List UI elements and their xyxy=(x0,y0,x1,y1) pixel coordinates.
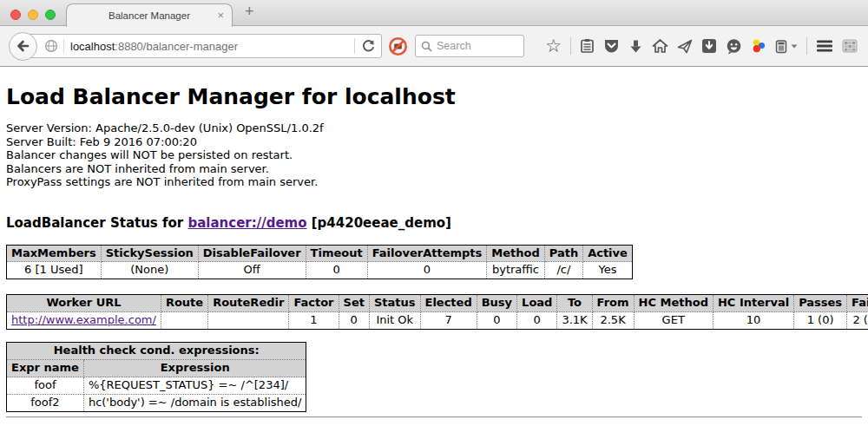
table-row: foof%{REQUEST_STATUS} =~ /^[234]/ xyxy=(7,377,306,395)
table-cell: Init Ok xyxy=(369,312,420,330)
column-header: Expression xyxy=(83,360,306,377)
column-header: Worker URL xyxy=(7,295,161,312)
window-close-button[interactable] xyxy=(10,10,21,20)
table-cell: 0 xyxy=(339,312,369,330)
table-cell xyxy=(161,312,207,330)
reload-separator xyxy=(354,38,355,54)
table-cell: http://www.example.com/ xyxy=(7,312,161,330)
column-header: HC Method xyxy=(634,295,713,312)
url-domain: localhost xyxy=(70,40,115,53)
column-header: Fails xyxy=(847,295,868,312)
table-cell: 2.5K xyxy=(592,312,634,330)
info-line: Server Built: Feb 9 2016 07:00:20 xyxy=(6,135,862,149)
pocket-icon[interactable] xyxy=(603,38,620,54)
new-tab-button[interactable]: + xyxy=(245,3,254,21)
health-check-table: Health check cond. expressions:Expr name… xyxy=(6,342,306,412)
plugin-blocked-icon[interactable] xyxy=(388,36,408,56)
column-header: Status xyxy=(369,295,420,312)
page-title: Load Balancer Manager for localhost xyxy=(6,84,862,109)
column-header: Method xyxy=(487,245,544,262)
table-row: 6 [1 Used](None)Off00bytraffic/c/Yes xyxy=(7,262,633,279)
tab-close-icon[interactable]: × xyxy=(217,9,224,22)
table-cell: Yes xyxy=(583,262,633,279)
addon-download-icon[interactable] xyxy=(701,38,717,54)
reload-button[interactable] xyxy=(361,39,376,54)
column-header: Active xyxy=(583,245,633,262)
table-cell: 10 xyxy=(713,312,793,330)
column-header: Path xyxy=(544,245,582,262)
table-cell: foof2 xyxy=(7,395,84,412)
table-cell: hc('body') =~ /domain is established/ xyxy=(83,395,306,412)
menu-icon[interactable] xyxy=(816,39,833,53)
identity-separator xyxy=(63,39,64,53)
balancer-settings-table: MaxMembersStickySessionDisableFailoverTi… xyxy=(6,245,633,280)
column-header: Factor xyxy=(289,295,339,312)
toolbar-icon-strip: ☆ xyxy=(545,37,858,55)
window-zoom-button[interactable] xyxy=(45,10,56,20)
bookmark-star-icon[interactable]: ☆ xyxy=(545,37,562,55)
toolbar-separator xyxy=(806,37,807,55)
window-titlebar: Balancer Manager × + xyxy=(0,0,868,26)
back-button[interactable] xyxy=(9,32,37,61)
url-text[interactable]: localhost:8880/balancer-manager xyxy=(70,40,238,53)
column-header: From xyxy=(592,295,634,312)
info-line: Balancers are NOT inherited from main se… xyxy=(6,162,862,176)
table-cell: 7 xyxy=(420,312,477,330)
table-title: Health check cond. expressions: xyxy=(7,343,306,360)
tiles-icon[interactable] xyxy=(842,39,858,53)
search-bar[interactable]: Search xyxy=(415,35,524,57)
tab-title: Balancer Manager xyxy=(108,10,190,21)
table-cell: 0 xyxy=(367,262,487,279)
table-cell: 0 xyxy=(306,262,367,279)
caret-down-icon[interactable] xyxy=(791,44,798,49)
search-icon xyxy=(421,41,432,52)
column-header: To xyxy=(557,295,592,312)
send-icon[interactable] xyxy=(677,39,693,54)
window-minimize-button[interactable] xyxy=(28,10,38,20)
table-cell: (None) xyxy=(101,262,198,279)
table-cell: Off xyxy=(198,262,306,279)
status-heading-suffix: [p4420eeae_demo] xyxy=(307,215,451,231)
download-icon[interactable] xyxy=(628,39,643,54)
toolbar-separator xyxy=(570,37,571,55)
window-controls xyxy=(10,10,56,20)
column-header: Busy xyxy=(477,295,516,312)
table-cell: GET xyxy=(634,312,713,330)
clipper-group xyxy=(775,39,798,54)
table-cell: 0 xyxy=(517,312,557,330)
search-placeholder: Search xyxy=(437,40,471,52)
bottom-rule xyxy=(6,416,862,418)
url-bar[interactable]: localhost:8880/balancer-manager xyxy=(23,34,382,58)
balancer-status-heading: LoadBalancer Status for balancer://demo … xyxy=(6,215,862,231)
globe-icon xyxy=(44,39,58,53)
table-cell: foof xyxy=(7,377,84,395)
colors-icon[interactable] xyxy=(751,38,766,54)
table-row: http://www.example.com/10Init Ok7003.1K2… xyxy=(7,312,868,330)
column-header: Elected xyxy=(420,295,477,312)
info-line: Server Version: Apache/2.5.0-dev (Unix) … xyxy=(6,121,862,135)
header-row: MaxMembersStickySessionDisableFailoverTi… xyxy=(7,245,633,262)
info-line: ProxyPass settings are NOT inherited fro… xyxy=(6,175,862,189)
table-row: foof2hc('body') =~ /domain is establishe… xyxy=(7,395,306,412)
header-row: Worker URLRouteRouteRedirFactorSetStatus… xyxy=(7,295,868,312)
worker-url-link[interactable]: http://www.example.com/ xyxy=(11,313,156,326)
reading-list-icon[interactable] xyxy=(580,38,595,54)
column-header: DisableFailover xyxy=(198,245,306,262)
home-icon[interactable] xyxy=(652,38,668,54)
table-cell: 1 xyxy=(289,312,339,330)
balancer-link[interactable]: balancer://demo xyxy=(187,215,306,231)
browser-tab[interactable]: Balancer Manager × xyxy=(66,3,233,27)
column-header: FailoverAttempts xyxy=(367,245,487,262)
column-header: Route xyxy=(161,295,207,312)
status-heading-prefix: LoadBalancer Status for xyxy=(6,215,187,231)
column-header: RouteRedir xyxy=(208,295,289,312)
table-cell: 3.1K xyxy=(557,312,592,330)
column-header: StickySession xyxy=(101,245,198,262)
page-content: Load Balancer Manager for localhost Serv… xyxy=(0,84,868,418)
column-header: HC Interval xyxy=(713,295,793,312)
column-header: Set xyxy=(339,295,369,312)
worker-status-table: Worker URLRouteRouteRedirFactorSetStatus… xyxy=(6,294,868,330)
clipper-icon[interactable] xyxy=(775,39,787,54)
smiley-icon[interactable] xyxy=(726,38,742,55)
column-header: Load xyxy=(517,295,557,312)
